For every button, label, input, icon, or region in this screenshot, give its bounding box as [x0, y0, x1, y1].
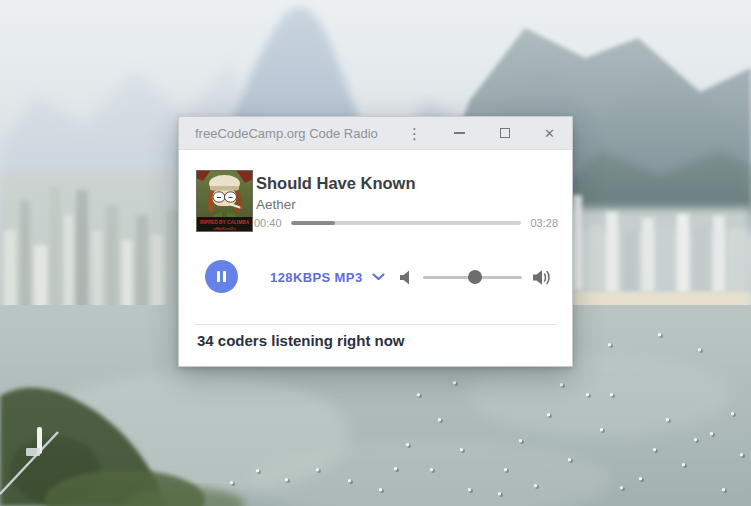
maximize-icon	[500, 128, 510, 138]
album-art-caption-2: =MaXtraX=	[213, 226, 236, 231]
pause-icon	[217, 271, 220, 282]
total-duration: 03:28	[530, 217, 558, 229]
close-icon: ✕	[544, 126, 555, 141]
progress-bar	[291, 221, 522, 225]
pause-button[interactable]	[205, 260, 238, 293]
album-art-caption-1: RIPPED BY CALIMBA	[200, 220, 250, 225]
chevron-down-icon	[372, 273, 385, 281]
volume-control	[397, 261, 552, 293]
listeners-count: 34 coders listening right now	[197, 332, 405, 349]
menu-button[interactable]: ⋮	[392, 117, 437, 149]
divider	[195, 324, 556, 325]
bitrate-selector[interactable]: 128KBPS MP3	[270, 263, 385, 291]
volume-high-icon[interactable]	[531, 268, 552, 287]
track-artist: Aether	[256, 197, 296, 212]
volume-slider[interactable]	[423, 269, 522, 285]
minimize-icon	[454, 132, 465, 134]
maximize-button[interactable]	[482, 117, 527, 149]
elapsed-time: 00:40	[254, 217, 282, 229]
code-radio-window: freeCodeCamp.org Code Radio ⋮ ✕	[178, 116, 573, 367]
volume-handle[interactable]	[468, 270, 482, 284]
kebab-menu-icon: ⋮	[407, 126, 422, 141]
window-title: freeCodeCamp.org Code Radio	[195, 126, 392, 141]
title-bar: freeCodeCamp.org Code Radio ⋮ ✕	[179, 117, 572, 150]
minimize-button[interactable]	[437, 117, 482, 149]
progress-fill	[291, 221, 335, 225]
desktop-background: freeCodeCamp.org Code Radio ⋮ ✕	[0, 0, 751, 506]
album-art: RIPPED BY CALIMBA =MaXtraX=	[196, 170, 253, 232]
progress-row: 00:40 03:28	[254, 215, 558, 231]
bitrate-label: 128KBPS MP3	[270, 270, 363, 285]
volume-low-icon[interactable]	[397, 269, 414, 286]
track-title: Should Have Known	[256, 174, 416, 193]
close-button[interactable]: ✕	[527, 117, 572, 149]
